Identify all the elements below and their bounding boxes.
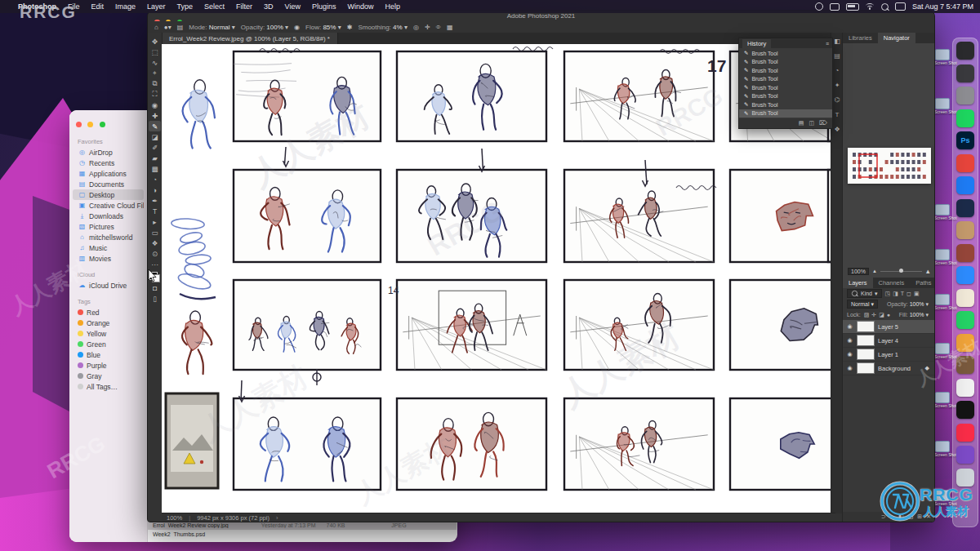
dock-app-browser[interactable] — [956, 87, 974, 104]
menu-item-plugins[interactable]: Plugins — [312, 2, 336, 11]
tab-paths[interactable]: Paths — [910, 278, 935, 288]
dock-app-music[interactable] — [956, 424, 974, 442]
sidebar-item-documents[interactable]: ▤Documents — [73, 179, 144, 189]
filter-icon[interactable]: ◨ — [893, 291, 898, 297]
dock-app-spotify[interactable] — [956, 109, 974, 127]
zoom-tool[interactable]: ⊙ — [149, 248, 161, 259]
menu-item-layer[interactable]: Layer — [147, 2, 166, 11]
menu-item-view[interactable]: View — [285, 2, 301, 11]
dock-app-brick[interactable] — [956, 244, 974, 262]
pressure-size-icon[interactable]: ⌯ — [436, 23, 441, 31]
desktop-file-icon[interactable]: Screen Shot — [934, 441, 951, 457]
eraser-tool[interactable]: ▰ — [149, 153, 161, 163]
dock-app-tan[interactable] — [956, 221, 974, 239]
layer-visibility-icon[interactable]: ◉ — [846, 337, 853, 344]
history-entry[interactable]: ✎Brush Tool — [739, 83, 832, 92]
lock-icon[interactable]: ● — [887, 312, 890, 318]
clone-source-panel-icon[interactable]: ⌬ — [835, 96, 840, 104]
filter-icon[interactable]: ◳ — [885, 291, 891, 297]
dock-app-whatsapp[interactable] — [956, 311, 974, 329]
dock-app-wood[interactable] — [956, 356, 974, 374]
new-doc-from-state-icon[interactable]: ▤ — [799, 120, 804, 127]
pressure-opacity-icon[interactable]: ◉ — [294, 24, 300, 31]
finder-minimize-button[interactable] — [87, 122, 93, 127]
toolbar-ellipsis[interactable]: ⋯ — [149, 259, 161, 269]
flow-dropdown[interactable]: 85% — [323, 24, 336, 31]
sidebar-item-yellow[interactable]: Yellow — [73, 328, 144, 339]
menu-item-3d[interactable]: 3D — [264, 2, 274, 11]
sidebar-item-purple[interactable]: Purple — [73, 360, 144, 371]
brush-angle-icon[interactable]: ✛ — [425, 24, 430, 31]
history-entry[interactable]: ✎Brush Tool — [739, 75, 832, 84]
home-icon[interactable]: ⌂ — [154, 24, 158, 31]
smoothing-options-icon[interactable]: ◎ — [413, 24, 419, 31]
layer-row-layer-1[interactable]: ◉Layer 1 — [843, 348, 935, 362]
history-brush-tool[interactable]: ✐ — [149, 142, 161, 153]
dock-app-launchpad[interactable] — [956, 64, 974, 82]
history-entry[interactable]: ✎Brush Tool — [739, 100, 832, 109]
filter-icon[interactable]: ▣ — [914, 291, 920, 297]
history-entry[interactable]: ✎Brush Tool — [739, 58, 832, 67]
desktop-file-icon[interactable]: Screen Shot — [934, 294, 951, 310]
menu-item-window[interactable]: Window — [348, 2, 374, 11]
sidebar-item-airdrop[interactable]: ◎AirDrop — [73, 147, 144, 158]
healing-brush-tool[interactable]: ✚ — [149, 110, 161, 121]
document-canvas[interactable]: 1714 — [162, 44, 831, 515]
sidebar-item-icloud-drive[interactable]: ☁iCloud Drive — [73, 280, 144, 291]
smoothing-dropdown[interactable]: 4% — [393, 24, 403, 31]
dock-app-photoshop[interactable]: Ps — [956, 131, 974, 149]
opacity-dropdown[interactable]: 100% — [266, 24, 283, 31]
sidebar-item-red[interactable]: Red — [73, 307, 144, 318]
delete-state-icon[interactable]: ⌦ — [819, 120, 827, 127]
desktop-file-icon[interactable]: Screen Shot — [934, 98, 951, 114]
dodge-tool[interactable]: ◑ — [149, 184, 161, 195]
layer-row-layer-4[interactable]: ◉Layer 4 — [843, 334, 935, 348]
symmetry-icon[interactable]: ▦ — [447, 24, 453, 31]
eyedropper-tool[interactable]: ◉ — [149, 100, 161, 110]
sidebar-item-recents[interactable]: ◷Recents — [73, 158, 144, 168]
control-center-icon[interactable] — [895, 2, 906, 11]
layer-row-layer-5[interactable]: ◉Layer 5 — [843, 320, 935, 334]
menu-item-type[interactable]: Type — [177, 2, 194, 11]
finder-close-button[interactable] — [76, 122, 82, 127]
screen-mode-icon[interactable]: ▯ — [149, 293, 161, 304]
desktop-file-icon[interactable]: Screen Shot — [934, 49, 951, 65]
tab-layers[interactable]: Layers — [843, 278, 873, 288]
history-entry[interactable]: ✎Brush Tool — [739, 109, 832, 118]
menu-item-help[interactable]: Help — [385, 2, 401, 11]
brush-preset-icon[interactable]: ●▾ — [164, 24, 172, 31]
history-tab[interactable]: History — [742, 39, 771, 48]
menu-item-image[interactable]: Image — [115, 2, 136, 11]
sidebar-item-creative-cloud-files[interactable]: ▣Creative Cloud Files — [73, 200, 144, 211]
quick-mask-icon[interactable]: ◘ — [149, 282, 161, 293]
dock-app-tv[interactable] — [956, 401, 974, 419]
filter-icon[interactable]: T — [901, 291, 904, 297]
paragraph-panel-icon[interactable]: ❖ — [834, 126, 840, 133]
sidebar-item-movies[interactable]: ▥Movies — [73, 253, 144, 264]
blend-mode-dropdown[interactable]: Normal ▾ — [847, 300, 878, 309]
sidebar-item-applications[interactable]: ▦Applications — [73, 168, 144, 179]
layer-visibility-icon[interactable]: ◉ — [846, 323, 853, 330]
properties-panel-icon[interactable]: ▤ — [834, 52, 840, 60]
lock-icon[interactable]: ✛ — [871, 312, 876, 318]
sidebar-item-mitchellsworld[interactable]: ⌂mitchellsworld — [73, 232, 144, 242]
navigator-thumbnail[interactable] — [848, 148, 931, 184]
libraries-panel-icon[interactable]: ✦ — [835, 82, 840, 89]
layer-row-background[interactable]: ◉Background◆ — [843, 362, 935, 375]
lock-icon[interactable]: ▨ — [864, 312, 870, 318]
tab-navigator[interactable]: Navigator — [878, 33, 915, 43]
finder-zoom-button[interactable] — [100, 122, 105, 127]
navigator-zoom-value[interactable]: 100% — [848, 268, 869, 275]
layer-filter-dropdown[interactable]: Kind ▾ — [847, 289, 882, 298]
filter-icon[interactable]: ◻ — [906, 291, 911, 297]
dock-app-amber[interactable] — [956, 334, 974, 352]
dock-app-appstore[interactable] — [956, 176, 974, 194]
dock-app-pages[interactable] — [956, 289, 974, 307]
gradient-tool[interactable]: ▩ — [149, 163, 161, 174]
brush-panel-icon[interactable]: ▤ — [177, 24, 184, 31]
navigator-zoom-slider[interactable] — [880, 271, 922, 272]
move-tool[interactable]: ✥ — [149, 36, 161, 47]
sidebar-item-blue[interactable]: Blue — [73, 349, 144, 360]
shape-tool[interactable]: ▭ — [149, 227, 161, 238]
lock-icon[interactable]: ◪ — [879, 312, 884, 318]
